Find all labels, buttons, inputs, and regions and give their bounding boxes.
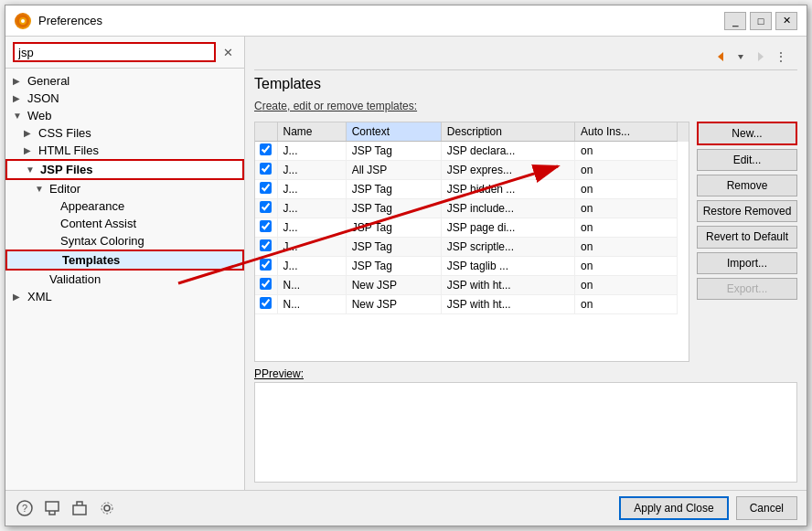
- import-button[interactable]: Import...: [697, 252, 797, 274]
- table-row[interactable]: J... JSP Tag JSP include... on: [255, 199, 689, 218]
- edit-button[interactable]: Edit...: [697, 149, 797, 171]
- cancel-button[interactable]: Cancel: [736, 496, 797, 520]
- tree-item-html-files[interactable]: ▶ HTML Files: [5, 142, 244, 159]
- main-area: Name Context Description Auto Ins...: [254, 122, 797, 362]
- row-checkbox-5[interactable]: [260, 239, 272, 251]
- row-checkbox-0[interactable]: [260, 143, 272, 155]
- table-row[interactable]: J... JSP Tag JSP page di... on: [255, 218, 689, 238]
- preferences-icon[interactable]: [97, 498, 117, 518]
- revert-to-default-button[interactable]: Revert to Default: [697, 226, 797, 248]
- row-check-5[interactable]: [255, 238, 277, 257]
- row-description-0: JSP declara...: [441, 142, 574, 161]
- table-row[interactable]: N... New JSP JSP with ht... on: [255, 276, 689, 295]
- tree-item-syntax-coloring[interactable]: Syntax Coloring: [5, 232, 244, 250]
- row-auto-ins-8: on: [575, 295, 678, 314]
- tree-item-json[interactable]: ▶ JSON: [5, 90, 244, 107]
- subtitle-underline: C: [254, 100, 262, 112]
- row-checkbox-2[interactable]: [260, 182, 272, 194]
- row-description-4: JSP page di...: [441, 218, 574, 238]
- tree-item-templates[interactable]: Templates: [5, 250, 244, 271]
- col-auto-ins[interactable]: Auto Ins...: [575, 122, 678, 142]
- col-name[interactable]: Name: [277, 122, 346, 142]
- tree-item-appearance[interactable]: Appearance: [5, 197, 244, 215]
- preferences-dialog: Preferences ⎯ □ ✕ ✕ ▶ General ▶: [5, 5, 807, 526]
- row-context-3: JSP Tag: [346, 199, 441, 218]
- svg-point-11: [102, 503, 112, 514]
- export-workspace-icon[interactable]: [42, 498, 62, 518]
- table-row[interactable]: J... JSP Tag JSP declara... on: [255, 142, 689, 161]
- row-name-5: J...: [277, 238, 346, 257]
- dialog-body: ✕ ▶ General ▶ JSON ▼ Web ▶ CSS F: [5, 37, 807, 490]
- row-check-3[interactable]: [255, 199, 277, 218]
- row-check-8[interactable]: [255, 295, 277, 314]
- svg-marker-5: [758, 52, 764, 61]
- col-context[interactable]: Context: [346, 122, 441, 142]
- action-buttons: New... Edit... Remove Restore Removed Re…: [697, 122, 797, 362]
- row-name-8: N...: [277, 295, 346, 314]
- tree-item-web[interactable]: ▼ Web: [5, 107, 244, 124]
- tree-item-css-files[interactable]: ▶ CSS Files: [5, 124, 244, 142]
- tree-label-syntax-coloring: Syntax Coloring: [60, 234, 144, 248]
- nav-forward-button[interactable]: [752, 48, 770, 66]
- tree-item-editor[interactable]: ▼ Editor: [5, 180, 244, 197]
- row-check-7[interactable]: [255, 276, 277, 295]
- row-checkbox-6[interactable]: [260, 259, 272, 271]
- tree-item-jsp-files[interactable]: ▼ JSP Files: [5, 159, 244, 180]
- close-button[interactable]: ✕: [775, 12, 797, 30]
- help-icon[interactable]: ?: [15, 498, 35, 518]
- tree-item-content-assist[interactable]: Content Assist: [5, 215, 244, 232]
- row-description-6: JSP taglib ...: [441, 257, 574, 276]
- tree-item-xml[interactable]: ▶ XML: [5, 288, 244, 305]
- tree-item-validation[interactable]: Validation: [5, 271, 244, 288]
- table-row[interactable]: N... New JSP JSP with ht... on: [255, 295, 689, 314]
- nav-back-dropdown-button[interactable]: [732, 48, 750, 66]
- table-scroll[interactable]: Name Context Description Auto Ins...: [255, 122, 689, 361]
- row-context-5: JSP Tag: [346, 238, 441, 257]
- row-name-1: J...: [277, 161, 346, 180]
- maximize-button[interactable]: □: [750, 12, 772, 30]
- tree-area: ▶ General ▶ JSON ▼ Web ▶ CSS Files ▶: [5, 69, 244, 490]
- restore-removed-button[interactable]: Restore Removed: [697, 200, 797, 222]
- minimize-button[interactable]: ⎯: [724, 12, 746, 30]
- expand-icon-css: ▶: [24, 128, 35, 138]
- expand-icon-web: ▼: [13, 111, 24, 121]
- row-checkbox-3[interactable]: [260, 201, 272, 213]
- row-context-7: New JSP: [346, 276, 441, 295]
- apply-close-button[interactable]: Apply and Close: [619, 496, 728, 520]
- nav-menu-button[interactable]: ⋮: [772, 48, 790, 66]
- table-row[interactable]: J... JSP Tag JSP hidden ... on: [255, 180, 689, 199]
- row-checkbox-4[interactable]: [260, 220, 272, 232]
- row-auto-ins-2: on: [575, 180, 678, 199]
- export-button[interactable]: Export...: [697, 278, 797, 300]
- table-row[interactable]: J... JSP Tag JSP scriptle... on: [255, 238, 689, 257]
- row-check-4[interactable]: [255, 218, 277, 238]
- table-row[interactable]: J... JSP Tag JSP taglib ... on: [255, 257, 689, 276]
- title-buttons: ⎯ □ ✕: [724, 12, 797, 30]
- row-checkbox-8[interactable]: [260, 297, 272, 309]
- search-input[interactable]: [13, 42, 216, 62]
- col-check[interactable]: [255, 122, 277, 142]
- search-clear-button[interactable]: ✕: [219, 44, 237, 61]
- bottom-bar: ? Appl: [5, 490, 807, 526]
- row-check-6[interactable]: [255, 257, 277, 276]
- tree-item-general[interactable]: ▶ General: [5, 72, 244, 90]
- preview-underline: P: [254, 367, 262, 380]
- import-workspace-icon[interactable]: [69, 498, 90, 518]
- row-check-0[interactable]: [255, 142, 277, 161]
- tree-label-css-files: CSS Files: [38, 126, 91, 140]
- row-name-3: J...: [277, 199, 346, 218]
- row-checkbox-7[interactable]: [260, 278, 272, 290]
- col-scroll-spacer: [678, 122, 689, 142]
- row-checkbox-1[interactable]: [260, 163, 272, 175]
- panel-subtitle: Create, edit or remove templates:: [254, 100, 797, 112]
- remove-button[interactable]: Remove: [697, 175, 797, 196]
- col-description[interactable]: Description: [441, 122, 574, 142]
- table-row[interactable]: J... All JSP JSP expres... on: [255, 161, 689, 180]
- row-description-2: JSP hidden ...: [441, 180, 574, 199]
- nav-back-button[interactable]: [711, 48, 730, 66]
- tree-label-general: General: [27, 74, 69, 88]
- new-button[interactable]: New...: [697, 122, 797, 145]
- row-context-1: All JSP: [346, 161, 441, 180]
- row-check-2[interactable]: [255, 180, 277, 199]
- row-check-1[interactable]: [255, 161, 277, 180]
